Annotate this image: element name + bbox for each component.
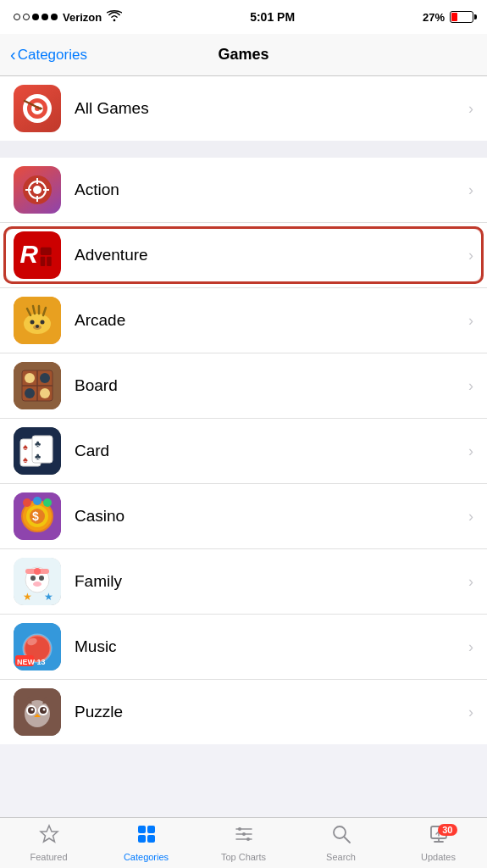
svg-text:♠: ♠ bbox=[23, 442, 28, 452]
status-right: 27% bbox=[423, 11, 473, 24]
section-spacer bbox=[0, 141, 487, 158]
svg-point-24 bbox=[30, 320, 35, 325]
svg-rect-15 bbox=[41, 248, 52, 255]
svg-point-54 bbox=[39, 576, 44, 581]
updates-badge: 30 bbox=[438, 824, 457, 836]
svg-point-35 bbox=[40, 388, 50, 398]
svg-rect-78 bbox=[138, 826, 146, 833]
music-icon: NEW 13 bbox=[14, 623, 61, 670]
svg-point-86 bbox=[242, 832, 246, 836]
search-tab-icon bbox=[331, 824, 351, 849]
svg-point-50 bbox=[43, 498, 52, 507]
list-item-family[interactable]: ★ ★ Family › bbox=[0, 549, 487, 615]
all-games-section: All Games › bbox=[0, 76, 487, 141]
featured-icon bbox=[39, 824, 59, 849]
arcade-label: Arcade bbox=[75, 311, 462, 330]
adventure-label: Adventure bbox=[75, 246, 462, 264]
signal-dot-4 bbox=[42, 14, 48, 20]
family-label: Family bbox=[75, 572, 462, 591]
svg-point-55 bbox=[33, 581, 42, 587]
categories-tab-label: Categories bbox=[124, 852, 169, 862]
svg-point-87 bbox=[246, 837, 250, 841]
svg-rect-17 bbox=[47, 257, 52, 266]
chevron-right-icon: › bbox=[468, 247, 473, 264]
svg-text:★: ★ bbox=[44, 591, 53, 603]
svg-point-49 bbox=[33, 497, 42, 505]
svg-marker-77 bbox=[41, 826, 58, 842]
list-item-all-games[interactable]: All Games › bbox=[0, 76, 487, 141]
page-title: Games bbox=[218, 46, 268, 64]
signal-dot-1 bbox=[14, 14, 20, 20]
tab-top-charts[interactable]: Top Charts bbox=[195, 824, 292, 862]
all-games-label: All Games bbox=[75, 99, 462, 118]
status-bar: Verizon 5:01 PM 27% bbox=[0, 0, 487, 34]
tab-featured[interactable]: Featured bbox=[0, 824, 97, 862]
chevron-right-icon: › bbox=[468, 181, 473, 199]
chevron-right-icon: › bbox=[468, 704, 473, 721]
list-item-board[interactable]: Board › bbox=[0, 353, 487, 419]
list-item-card[interactable]: ♠ ♠ ♣ ♣ Card › bbox=[0, 419, 487, 484]
battery-icon bbox=[450, 11, 473, 23]
back-button[interactable]: ‹ Categories bbox=[10, 47, 87, 64]
list-item-puzzle[interactable]: Puzzle › bbox=[0, 680, 487, 744]
puzzle-label: Puzzle bbox=[75, 703, 462, 721]
svg-text:★: ★ bbox=[23, 591, 32, 603]
svg-point-19 bbox=[24, 314, 51, 334]
bottom-spacer bbox=[0, 744, 487, 804]
tab-bar: Featured Categories Top Charts bbox=[0, 817, 487, 868]
svg-text:♣: ♣ bbox=[35, 451, 41, 461]
svg-line-89 bbox=[344, 837, 350, 843]
status-left: Verizon bbox=[14, 10, 122, 25]
back-chevron-icon: ‹ bbox=[10, 46, 16, 63]
board-icon bbox=[14, 362, 61, 409]
signal-dots bbox=[14, 14, 58, 20]
battery-percent: 27% bbox=[423, 11, 445, 24]
svg-point-32 bbox=[25, 373, 35, 383]
svg-text:♣: ♣ bbox=[35, 438, 41, 448]
signal-dot-2 bbox=[23, 14, 30, 20]
svg-point-33 bbox=[40, 373, 50, 383]
list-item-arcade[interactable]: Arcade › bbox=[0, 288, 487, 353]
list-item-adventure[interactable]: R Adventure › bbox=[0, 223, 487, 288]
back-label: Categories bbox=[18, 47, 87, 64]
updates-label: Updates bbox=[421, 852, 456, 862]
list-item-music[interactable]: NEW 13 Music › bbox=[0, 615, 487, 680]
carrier-label: Verizon bbox=[63, 11, 102, 24]
svg-rect-16 bbox=[41, 257, 46, 266]
nav-bar: ‹ Categories Games bbox=[0, 34, 487, 76]
chevron-right-icon: › bbox=[468, 442, 473, 460]
svg-rect-80 bbox=[138, 835, 146, 843]
list-item-casino[interactable]: $ Casino › bbox=[0, 484, 487, 549]
svg-point-53 bbox=[30, 576, 36, 581]
svg-text:NEW 13: NEW 13 bbox=[17, 658, 46, 666]
search-label: Search bbox=[326, 852, 356, 862]
svg-text:R: R bbox=[20, 240, 39, 268]
svg-point-27 bbox=[36, 325, 39, 328]
svg-rect-81 bbox=[147, 835, 155, 843]
chevron-right-icon: › bbox=[468, 377, 473, 395]
card-icon: ♠ ♠ ♣ ♣ bbox=[14, 427, 61, 475]
svg-point-34 bbox=[25, 388, 35, 398]
signal-dot-3 bbox=[32, 14, 39, 20]
family-icon: ★ ★ bbox=[14, 558, 61, 605]
signal-dot-5 bbox=[51, 14, 58, 20]
chevron-right-icon: › bbox=[468, 638, 473, 656]
chevron-right-icon: › bbox=[468, 312, 473, 330]
top-charts-label: Top Charts bbox=[221, 852, 266, 862]
svg-point-72 bbox=[31, 709, 34, 711]
action-icon bbox=[14, 166, 61, 214]
featured-label: Featured bbox=[30, 852, 67, 862]
chevron-right-icon: › bbox=[468, 100, 473, 118]
svg-point-85 bbox=[238, 827, 241, 831]
action-label: Action bbox=[75, 181, 462, 199]
tab-categories[interactable]: Categories bbox=[97, 824, 195, 862]
chevron-right-icon: › bbox=[468, 508, 473, 526]
svg-point-8 bbox=[33, 186, 42, 194]
top-charts-icon bbox=[234, 824, 254, 849]
list-item-action[interactable]: Action › bbox=[0, 158, 487, 223]
tab-updates[interactable]: 30 Updates bbox=[390, 824, 487, 862]
adventure-icon: R bbox=[14, 231, 61, 279]
svg-rect-79 bbox=[147, 826, 155, 833]
tab-search[interactable]: Search bbox=[292, 824, 390, 862]
svg-text:♠: ♠ bbox=[23, 454, 28, 465]
